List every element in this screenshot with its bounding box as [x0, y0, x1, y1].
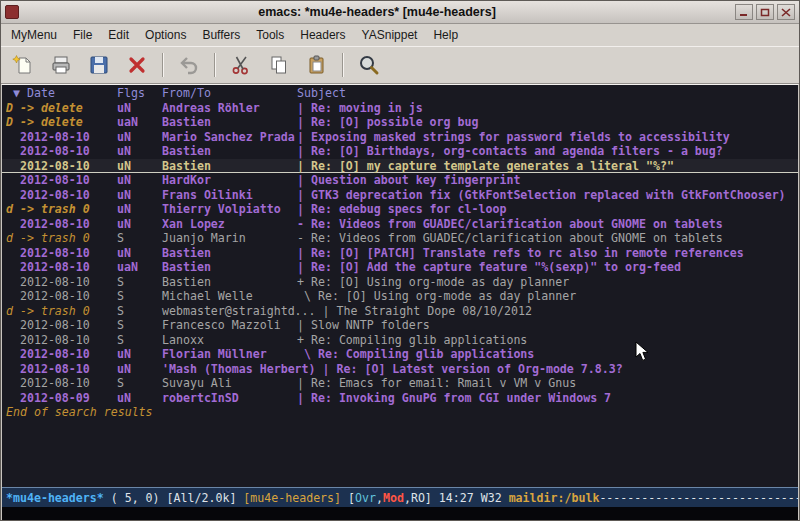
menu-item[interactable]: Headers [292, 26, 353, 44]
maximize-button[interactable] [756, 4, 774, 20]
message-row[interactable]: 2012-08-10 S Lanoxx + Re: Compiling glib… [2, 333, 798, 348]
menu-item[interactable]: Edit [100, 26, 137, 44]
message-from: Bastien [162, 144, 297, 159]
message-date: d -> trash 0 [6, 304, 117, 319]
message-flags: uN [117, 144, 162, 159]
message-row[interactable]: 2012-08-10 S Francesco Mazzoli | Slow NN… [2, 318, 798, 333]
message-subject: | Re: [O] my capture template generates … [297, 159, 798, 174]
message-flags: uN [117, 101, 162, 116]
message-row[interactable]: 2012-08-10 uN Bastien | Re: [O] Birthday… [2, 144, 798, 159]
close-icon [781, 8, 791, 17]
menu-item[interactable]: Help [425, 26, 466, 44]
message-date: d -> trash 0 [6, 202, 117, 217]
message-row[interactable]: 2012-08-10 S Suvayu Ali | Re: Emacs for … [2, 376, 798, 391]
search-icon [357, 53, 381, 77]
message-flags: uN [117, 347, 162, 362]
menu-item[interactable]: Options [137, 26, 194, 44]
message-date: 2012-08-10 [6, 217, 117, 232]
copy-button[interactable] [263, 50, 295, 80]
message-date: D -> delete [6, 115, 117, 130]
message-from: Lanoxx [162, 333, 297, 348]
message-row[interactable]: 2012-08-10 uN Frans Oilinki | GTK3 depre… [2, 188, 798, 203]
column-header-from[interactable]: From/To [162, 86, 297, 101]
print-button[interactable] [45, 50, 77, 80]
message-row[interactable]: 2012-08-10 uaN Bastien | Re: [O] Add the… [2, 260, 798, 275]
message-date: 2012-08-10 [6, 246, 117, 261]
message-flags: uN [117, 217, 162, 232]
menu-item[interactable]: MyMenu [3, 26, 65, 44]
message-subject: \ Re: Compiling glib applications [297, 347, 798, 362]
message-flags: S [117, 376, 162, 391]
undo-button[interactable] [173, 50, 205, 80]
message-row[interactable]: 2012-08-10 uN Mario Sanchez Prada | Expo… [2, 130, 798, 145]
column-header-flags[interactable]: Flgs [117, 86, 162, 101]
message-subject: + Re: [O] Using org-mode as day planner [297, 275, 798, 290]
message-row[interactable]: D -> delete uaN Bastien | Re: [O] possib… [2, 115, 798, 130]
message-row[interactable]: 2012-08-10 uN Xan Lopez - Re: Videos fro… [2, 217, 798, 232]
minimize-button[interactable] [735, 4, 753, 20]
message-date: D -> delete [6, 101, 117, 116]
message-row[interactable]: D -> delete uN Andreas Röhler | Re: movi… [2, 101, 798, 116]
save-icon [88, 54, 110, 76]
message-from: Thierry Volpiatto [162, 202, 297, 217]
message-subject: - Re: Videos from GUADEC/clarification a… [297, 231, 798, 246]
message-subject: | Re: Invoking GnuPG from CGI under Wind… [297, 391, 798, 406]
message-flags: uN [117, 362, 162, 377]
message-row[interactable]: d -> trash 0 S webmaster@straightd... | … [2, 304, 798, 319]
message-flags: uN [117, 159, 162, 174]
message-date: 2012-08-10 [6, 318, 117, 333]
echo-area[interactable] [2, 507, 798, 520]
modeline-segment: [ [348, 491, 355, 505]
paste-button[interactable] [301, 50, 333, 80]
message-date: 2012-08-10 [6, 275, 117, 290]
message-row[interactable]: 2012-08-10 S Michael Welle \ Re: [O] Usi… [2, 289, 798, 304]
new-file-icon [12, 54, 34, 76]
close-buffer-icon [126, 54, 148, 76]
message-row[interactable]: 2012-08-10 uN Bastien | Re: [O] my captu… [2, 159, 798, 174]
message-flags: S [117, 304, 162, 319]
message-from: HardKor [162, 173, 297, 188]
message-row[interactable]: d -> trash 0 S Juanjo Marin - Re: Videos… [2, 231, 798, 246]
column-header-date[interactable]: ▼ Date [6, 86, 117, 101]
message-subject: | Slow NNTP folders [297, 318, 798, 333]
message-row[interactable]: 2012-08-10 uN 'Mash (Thomas Herbert) | R… [2, 362, 798, 377]
message-subject: | Re: moving in js [297, 101, 798, 116]
window-title: emacs: *mu4e-headers* [mu4e-headers] [23, 5, 731, 19]
search-button[interactable] [353, 50, 385, 80]
message-row[interactable]: 2012-08-10 uN Florian Müllner \ Re: Comp… [2, 347, 798, 362]
message-row[interactable]: 2012-08-10 S Bastien + Re: [O] Using org… [2, 275, 798, 290]
toolbar-separator [214, 53, 216, 77]
message-row[interactable]: d -> trash 0 uN Thierry Volpiatto | Re: … [2, 202, 798, 217]
message-subject: \ Re: [O] Using org-mode as day planner [297, 289, 798, 304]
message-subject: | Re: [O] Add the capture feature "%(sex… [297, 260, 798, 275]
message-from: Bastien [162, 260, 297, 275]
cut-button[interactable] [225, 50, 257, 80]
message-subject: | Exposing masked strings for password f… [297, 130, 798, 145]
modeline-segment: Ovr [355, 491, 376, 505]
message-date: 2012-08-10 [6, 260, 117, 275]
save-button[interactable] [83, 50, 115, 80]
message-row[interactable]: 2012-08-09 uN robertcInSD | Re: Invoking… [2, 391, 798, 406]
menu-item[interactable]: Tools [248, 26, 292, 44]
message-row[interactable]: 2012-08-10 uN HardKor | Question about k… [2, 173, 798, 188]
titlebar: emacs: *mu4e-headers* [mu4e-headers] [1, 1, 799, 24]
message-from: 'Mash (Thomas Herbert) [162, 362, 323, 377]
message-from: robertcInSD [162, 391, 297, 406]
app-icon [5, 5, 19, 19]
message-date: 2012-08-10 [6, 347, 117, 362]
close-button[interactable] [777, 4, 795, 20]
menu-item[interactable]: YASnippet [354, 26, 426, 44]
modeline-segment: maildir:/bulk [509, 491, 600, 505]
toolbar-separator [162, 53, 164, 77]
new-file-button[interactable] [7, 50, 39, 80]
message-row[interactable]: 2012-08-10 uN Bastien | Re: [O] [PATCH] … [2, 246, 798, 261]
print-icon [50, 54, 72, 76]
minimize-icon [739, 8, 749, 17]
menu-item[interactable]: Buffers [194, 26, 248, 44]
menu-item[interactable]: File [65, 26, 100, 44]
copy-icon [268, 54, 290, 76]
close-buffer-button[interactable] [121, 50, 153, 80]
maximize-icon [760, 8, 770, 17]
column-header-subject[interactable]: Subject [297, 86, 798, 101]
modeline-segment: [mu4e-headers] [243, 491, 348, 505]
